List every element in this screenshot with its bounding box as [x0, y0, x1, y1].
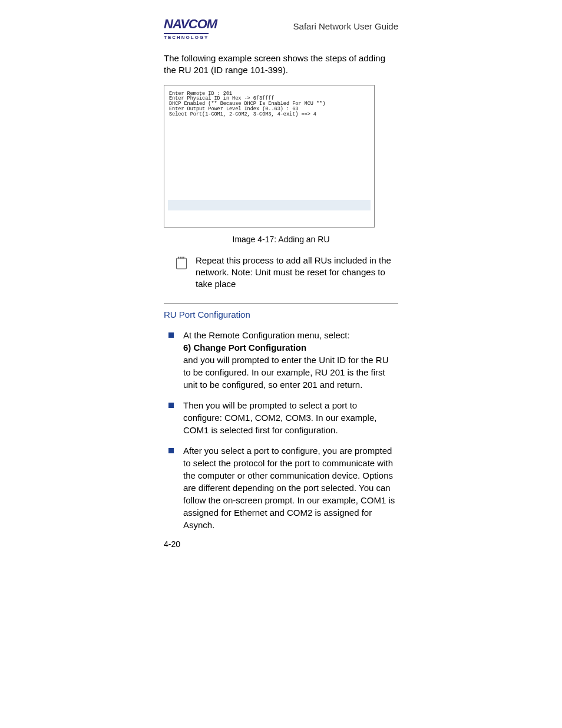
section-heading: RU Port Configuration	[164, 309, 398, 319]
bullet-list: At the Remote Configuration menu, select…	[164, 329, 398, 531]
section-divider	[164, 303, 398, 304]
page-content: The following example screen shows the s…	[164, 52, 398, 549]
square-bullet-icon	[168, 448, 174, 453]
svg-rect-0	[177, 258, 187, 269]
list-item-body: After you select a port to configure, yo…	[183, 444, 398, 531]
image-caption: Image 4-17: Adding an RU	[164, 235, 398, 244]
list-item-body: At the Remote Configuration menu, select…	[183, 329, 398, 391]
li-text: and you will prompted to enter the Unit …	[183, 355, 389, 390]
intro-paragraph: The following example screen shows the s…	[164, 52, 398, 77]
notepad-icon	[176, 256, 187, 270]
logo-main-text: NAVCOM	[164, 18, 234, 31]
page: NAVCOM TECHNOLOGY Safari Network User Gu…	[0, 0, 562, 549]
li-text: Then you will be prompted to select a po…	[183, 400, 376, 435]
list-item: At the Remote Configuration menu, select…	[164, 329, 398, 391]
logo-sub-text: TECHNOLOGY	[164, 33, 209, 40]
terminal-screenshot: Enter Remote ID : 201 Enter Physical ID …	[164, 85, 375, 228]
square-bullet-icon	[168, 403, 174, 408]
screenshot-shade-bar	[168, 200, 371, 210]
terminal-text: Enter Remote ID : 201 Enter Physical ID …	[169, 91, 369, 118]
list-item-body: Then you will be prompted to select a po…	[183, 399, 398, 436]
li-strong: 6) Change Port Configuration	[183, 342, 306, 353]
page-number: 4-20	[164, 539, 398, 549]
terminal-line: Select Port(1-COM1, 2-COM2, 3-COM3, 4-ex…	[169, 111, 316, 117]
li-text: After you select a port to configure, yo…	[183, 446, 395, 530]
list-item: Then you will be prompted to select a po…	[164, 399, 398, 436]
logo: NAVCOM TECHNOLOGY	[164, 18, 234, 41]
document-title: Safari Network User Guide	[293, 18, 398, 31]
note-text: Repeat this process to add all RUs inclu…	[196, 255, 398, 291]
li-text: At the Remote Configuration menu, select…	[183, 330, 350, 340]
page-header: NAVCOM TECHNOLOGY Safari Network User Gu…	[0, 18, 562, 44]
square-bullet-icon	[168, 332, 174, 338]
list-item: After you select a port to configure, yo…	[164, 444, 398, 531]
note-block: Repeat this process to add all RUs inclu…	[176, 255, 398, 291]
